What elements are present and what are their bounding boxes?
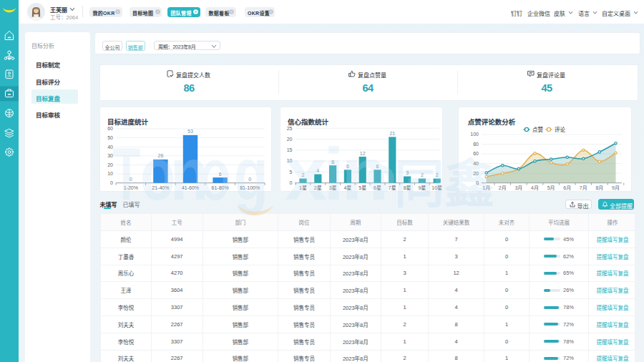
svg-text:21: 21: [389, 131, 395, 136]
svg-text:61-80%: 61-80%: [212, 185, 229, 190]
svg-text:6月: 6月: [563, 185, 571, 191]
svg-text:2月: 2月: [499, 185, 507, 191]
svg-text:30: 30: [108, 153, 114, 158]
svg-text:6: 6: [219, 172, 222, 177]
svg-text:41-60%: 41-60%: [182, 185, 199, 190]
svg-text:2星: 2星: [314, 185, 322, 190]
svg-text:3月: 3月: [514, 185, 522, 191]
svg-text:40: 40: [473, 161, 479, 166]
svg-text:20: 20: [473, 171, 479, 176]
svg-text:26: 26: [158, 154, 164, 159]
svg-text:60: 60: [108, 127, 114, 132]
svg-text:6: 6: [346, 164, 349, 169]
svg-text:81-100%: 81-100%: [240, 185, 260, 190]
svg-text:80: 80: [473, 142, 479, 147]
svg-text:9月: 9月: [612, 185, 620, 191]
svg-text:1月: 1月: [482, 185, 490, 191]
svg-text:0: 0: [290, 180, 293, 185]
svg-text:3星: 3星: [329, 185, 337, 190]
svg-text:8月: 8月: [595, 185, 603, 191]
svg-text:20: 20: [108, 162, 114, 167]
svg-text:4月: 4月: [531, 185, 539, 191]
svg-text:53: 53: [187, 129, 193, 134]
svg-text:评论: 评论: [555, 126, 565, 133]
svg-text:21-40%: 21-40%: [152, 185, 170, 190]
svg-text:40: 40: [108, 145, 114, 150]
svg-text:0: 0: [110, 180, 113, 185]
svg-text:4: 4: [316, 168, 319, 173]
svg-text:6: 6: [376, 164, 379, 169]
svg-text:2: 2: [436, 172, 439, 177]
svg-text:60: 60: [473, 152, 479, 157]
svg-text:8星: 8星: [404, 185, 411, 190]
svg-text:6星: 6星: [374, 185, 381, 190]
svg-text:0: 0: [249, 177, 252, 182]
svg-text:10: 10: [108, 172, 114, 177]
svg-text:5星: 5星: [358, 185, 366, 190]
svg-text:15: 15: [287, 147, 293, 152]
svg-text:12: 12: [360, 151, 366, 156]
svg-text:10星: 10星: [431, 185, 442, 190]
svg-text:4星: 4星: [343, 185, 351, 190]
svg-text:3: 3: [406, 170, 409, 175]
svg-text:1星: 1星: [299, 185, 307, 190]
svg-text:点赞: 点赞: [532, 126, 543, 133]
svg-text:50: 50: [108, 135, 114, 140]
svg-text:10: 10: [287, 159, 293, 164]
svg-text:1-20%: 1-20%: [124, 185, 138, 190]
svg-text:9星: 9星: [418, 185, 426, 190]
svg-text:25: 25: [287, 126, 293, 131]
svg-text:7星: 7星: [389, 185, 396, 190]
svg-text:5月: 5月: [547, 185, 555, 191]
svg-text:2: 2: [421, 172, 424, 177]
svg-text:20: 20: [287, 137, 293, 142]
svg-text:2: 2: [302, 172, 305, 177]
svg-text:8: 8: [331, 160, 334, 165]
svg-text:5: 5: [290, 170, 293, 175]
svg-text:7月: 7月: [580, 185, 587, 191]
svg-text:100: 100: [470, 132, 479, 137]
svg-text:0: 0: [130, 177, 132, 182]
